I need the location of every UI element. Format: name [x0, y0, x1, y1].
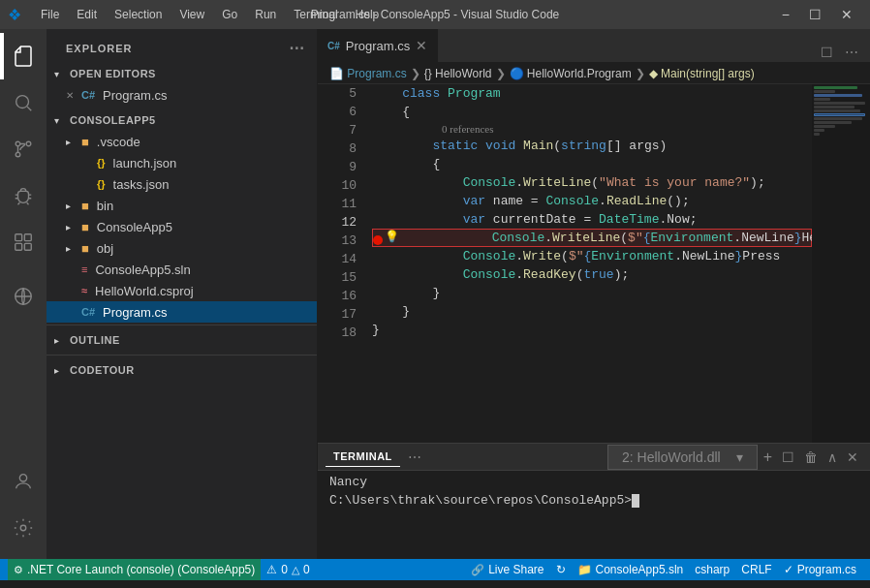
breadcrumb-namespace[interactable]: {} HelloWorld — [424, 67, 492, 80]
svg-rect-7 — [24, 243, 31, 250]
terminal-prompt: C:\Users\thrak\source\repos\ConsoleApp5> — [329, 493, 632, 508]
status-sync[interactable]: ↻ — [550, 559, 572, 580]
cs-file-icon: C# — [81, 89, 95, 101]
menu-edit[interactable]: Edit — [69, 6, 105, 23]
program-cs-file[interactable]: ▸ C# Program.cs — [47, 301, 317, 323]
codetour-header[interactable]: ▸ CODETOUR — [47, 359, 317, 381]
code-editor[interactable]: 5 6 7 8 9 10 11 12 13 14 15 16 17 18 cla… — [318, 84, 870, 443]
outline-section: ▸ OUTLINE — [47, 325, 317, 355]
breadcrumb-class[interactable]: 🔵 HelloWorld.Program — [510, 67, 632, 80]
tab-program-cs[interactable]: C# Program.cs ✕ — [318, 29, 438, 62]
consoleapp5-folder[interactable]: ▸ ■ ConsoleApp5 — [47, 216, 317, 237]
status-language[interactable]: csharp — [689, 559, 735, 580]
terminal-delete-button[interactable]: 🗑 — [800, 449, 822, 465]
titlebar: ❖ File Edit Selection View Go Run Termin… — [0, 0, 870, 29]
code-line-17: } — [372, 321, 812, 339]
svg-point-8 — [19, 475, 26, 481]
open-editor-program-cs[interactable]: ✕ C# Program.cs — [47, 84, 317, 106]
activity-debug[interactable] — [0, 172, 47, 219]
folder-icon2: ■ — [81, 199, 89, 213]
bin-folder[interactable]: ▸ ■ bin — [47, 195, 317, 216]
code-content[interactable]: class Program { 0 references static void… — [364, 84, 812, 443]
vscode-arrow: ▸ — [66, 137, 81, 147]
folder-icon3: ■ — [81, 220, 89, 234]
activity-settings[interactable] — [0, 505, 47, 551]
consoleapp5-folder-arrow: ▸ — [66, 222, 81, 232]
outline-header[interactable]: ▸ OUTLINE — [47, 329, 317, 351]
terminal-content[interactable]: Nancy C:\Users\thrak\source\repos\Consol… — [318, 471, 870, 559]
breadcrumb-sep2: ❯ — [496, 67, 506, 80]
split-editor-button[interactable]: ☐ — [817, 43, 837, 62]
status-file[interactable]: ✓ Program.cs — [778, 559, 862, 580]
consoleapp5-label: CONSOLEAPP5 — [70, 114, 156, 126]
open-editors-label: OPEN EDITORS — [70, 68, 156, 79]
activity-explorer[interactable] — [0, 33, 47, 79]
activity-source-control[interactable] — [0, 126, 47, 172]
terminal-dropdown[interactable]: 2: HelloWorld.dll ▾ — [607, 445, 758, 470]
menu-file[interactable]: File — [33, 6, 67, 23]
activity-extensions[interactable] — [0, 219, 47, 265]
folder-icon: ■ — [81, 135, 89, 149]
more-actions-button[interactable]: ⋯ — [841, 43, 862, 62]
csproj-file[interactable]: ▸ ≈ HelloWorld.csproj — [47, 280, 317, 301]
tasks-json-file[interactable]: ▸ {} tasks.json — [47, 173, 317, 195]
close-button[interactable]: ✕ — [831, 0, 862, 29]
terminal-add-button[interactable]: + — [760, 449, 776, 466]
activity-search[interactable] — [0, 79, 47, 126]
menu-selection[interactable]: Selection — [107, 6, 170, 23]
line-numbers: 5 6 7 8 9 10 11 12 13 14 15 16 17 18 — [318, 84, 364, 443]
terminal-more-button[interactable]: ⋯ — [404, 449, 425, 465]
code-line-10: var name = Console.ReadLine(); — [372, 192, 812, 210]
launch-json-file[interactable]: ▸ {} launch.json — [47, 152, 317, 173]
svg-point-1 — [16, 141, 20, 146]
sln-file[interactable]: ▸ ≡ ConsoleApp5.sln — [47, 259, 317, 280]
bin-label: bin — [97, 199, 113, 213]
terminal-dropdown-label: 2: HelloWorld.dll — [616, 448, 727, 467]
svg-point-0 — [16, 96, 29, 108]
activity-accounts[interactable] — [0, 458, 47, 505]
vscode-folder[interactable]: ▸ ■ .vscode — [47, 131, 317, 152]
open-editors-header[interactable]: ▾ OPEN EDITORS — [47, 63, 317, 84]
tab-program-cs-label: Program.cs — [346, 39, 410, 53]
activity-remote-explorer[interactable] — [0, 273, 47, 320]
consoleapp5-header[interactable]: ▾ CONSOLEAPP5 — [47, 109, 317, 131]
status-debug[interactable]: ⚙ .NET Core Launch (console) (ConsoleApp… — [8, 559, 261, 580]
line-15: 15 — [318, 268, 357, 287]
menu-view[interactable]: View — [171, 6, 212, 23]
cs-icon: C# — [81, 306, 95, 318]
checkmark-icon: ✓ — [784, 563, 793, 576]
menu-go[interactable]: Go — [214, 6, 245, 23]
status-errors[interactable]: ⚠ 0 △ 0 — [261, 559, 315, 580]
line-ending-label: CRLF — [741, 563, 771, 576]
line-16: 16 — [318, 287, 357, 305]
sidebar-more-button[interactable]: ⋯ — [289, 39, 305, 57]
statusbar: ⚙ .NET Core Launch (console) (ConsoleApp… — [0, 559, 870, 580]
obj-folder[interactable]: ▸ ■ obj — [47, 237, 317, 259]
lightbulb-icon[interactable]: 💡 — [385, 229, 399, 247]
close-icon[interactable]: ✕ — [66, 90, 81, 101]
maximize-button[interactable]: ☐ — [799, 0, 831, 29]
breadcrumb-file[interactable]: 📄 Program.cs — [329, 67, 407, 80]
code-line-13: Console.Write($"{Environment.NewLine}Pre… — [372, 247, 812, 265]
menu-run[interactable]: Run — [247, 6, 284, 23]
status-solution[interactable]: 📁 ConsoleApp5.sln — [572, 559, 690, 580]
terminal-tab[interactable]: TERMINAL — [326, 447, 400, 467]
terminal-close-button[interactable]: ✕ — [843, 449, 862, 465]
codetour-label: CODETOUR — [70, 364, 135, 376]
window-controls: − ☐ ✕ — [772, 0, 862, 29]
breadcrumb-method[interactable]: ◆ Main(string[] args) — [649, 67, 755, 80]
breadcrumb-sep3: ❯ — [636, 67, 645, 80]
warning-icon: △ — [292, 564, 299, 576]
status-line-ending[interactable]: CRLF — [735, 559, 777, 580]
outline-label: OUTLINE — [70, 334, 120, 346]
minimize-button[interactable]: − — [772, 0, 799, 29]
terminal-chevron-up[interactable]: ∧ — [823, 449, 841, 465]
open-editors-section: ▾ OPEN EDITORS ✕ C# Program.cs — [47, 61, 317, 108]
line-11: 11 — [318, 195, 357, 213]
main-area: EXPLORER ⋯ ▾ OPEN EDITORS ✕ C# Program.c… — [0, 29, 870, 559]
terminal-header: TERMINAL ⋯ 2: HelloWorld.dll ▾ + ☐ 🗑 ∧ ✕ — [318, 444, 870, 471]
tab-close-button[interactable]: ✕ — [416, 38, 427, 53]
terminal-split-button[interactable]: ☐ — [778, 449, 798, 465]
status-liveshare[interactable]: 🔗 Live Share — [465, 559, 549, 580]
bin-arrow: ▸ — [66, 201, 81, 211]
